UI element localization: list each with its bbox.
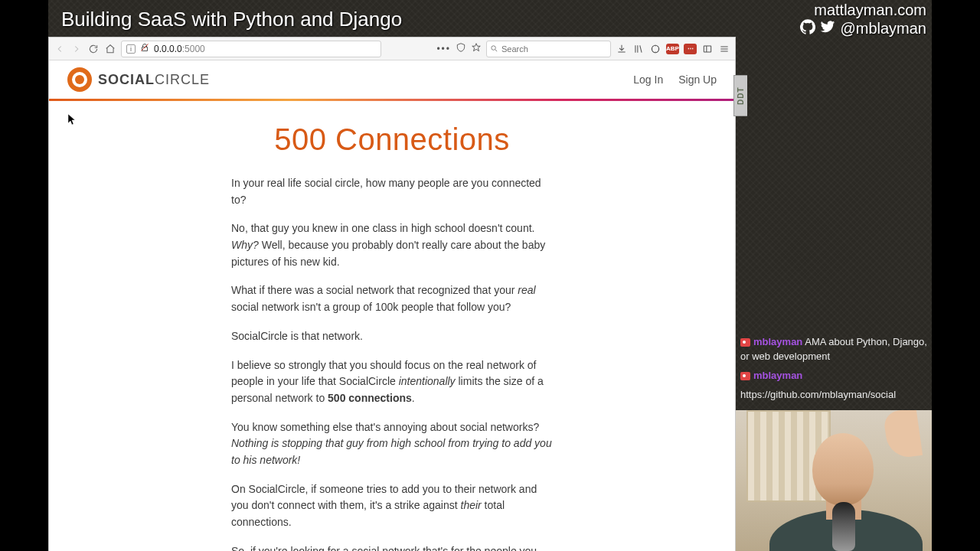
body-paragraph: In your real life social circle, how man… xyxy=(231,175,553,208)
bookmark-star-icon[interactable] xyxy=(471,42,482,55)
svg-rect-3 xyxy=(704,45,710,51)
body-paragraph: What if there was a social network that … xyxy=(231,282,553,315)
chat-message: mblayman xyxy=(740,369,927,383)
info-icon[interactable]: i xyxy=(126,44,136,54)
body-paragraph: I believe so strongly that you should fo… xyxy=(231,357,553,407)
stream-title: Building SaaS with Python and Django xyxy=(61,8,402,31)
browser-toolbar: i 0.0.0.0:5000 ••• ABP ⋯ xyxy=(49,37,735,60)
pocket-icon[interactable] xyxy=(649,43,662,55)
body-paragraph: So, if you're looking for a social netwo… xyxy=(231,543,553,551)
tracking-shield-icon[interactable] xyxy=(456,42,466,55)
url-text: 0.0.0.0:5000 xyxy=(154,44,205,54)
github-icon xyxy=(800,19,815,38)
stream-right-column: mblayman AMA about Python, Django, or we… xyxy=(736,37,932,551)
chat-username[interactable]: mblayman xyxy=(753,336,802,347)
url-input[interactable] xyxy=(210,44,376,54)
mouse-cursor-icon xyxy=(68,114,76,126)
stream-site: mattlayman.com xyxy=(800,2,926,19)
chat-message: mblayman AMA about Python, Django, or we… xyxy=(740,335,927,364)
forward-button[interactable] xyxy=(70,43,83,55)
webpage-content: SOCIALCIRCLE Log In Sign Up 500 Connecti… xyxy=(49,60,735,551)
chat-link[interactable]: https://github.com/mblayman/social xyxy=(740,388,927,403)
body-paragraph: SocialCircle is that network. xyxy=(231,328,553,345)
stream-handle-block: mattlayman.com @mblayman xyxy=(800,2,926,38)
logo-icon xyxy=(67,67,92,92)
svg-point-2 xyxy=(652,45,658,52)
chat-panel: mblayman AMA about Python, Django, or we… xyxy=(736,335,932,406)
twitter-icon xyxy=(820,19,835,38)
home-button[interactable] xyxy=(104,43,116,55)
broadcaster-badge-icon xyxy=(740,338,750,347)
url-bar[interactable]: i 0.0.0.0:5000 xyxy=(121,41,381,57)
library-icon[interactable] xyxy=(632,43,645,55)
hamburger-menu-icon[interactable] xyxy=(718,43,730,55)
body-paragraph: You know something else that's annoying … xyxy=(231,419,553,469)
header-divider xyxy=(49,99,735,101)
chat-username[interactable]: mblayman xyxy=(753,370,802,381)
downloads-icon[interactable] xyxy=(616,43,628,55)
page-headline: 500 Connections xyxy=(231,122,553,157)
insecure-lock-icon xyxy=(140,43,149,54)
signup-link[interactable]: Sign Up xyxy=(678,73,717,86)
search-box[interactable] xyxy=(486,41,611,57)
broadcaster-badge-icon xyxy=(740,372,750,380)
login-link[interactable]: Log In xyxy=(633,73,663,86)
extension-icon[interactable]: ⋯ xyxy=(684,44,697,54)
stream-handle: @mblayman xyxy=(840,20,926,37)
abp-extension-icon[interactable]: ABP xyxy=(666,44,679,54)
browser-window: i 0.0.0.0:5000 ••• ABP ⋯ SOCIALCIRCLE Lo… xyxy=(48,37,736,551)
back-button[interactable] xyxy=(54,43,66,55)
sidebar-toggle-icon[interactable] xyxy=(701,43,714,55)
body-paragraph: No, that guy you knew in one class in hi… xyxy=(231,220,553,270)
logo-text: SOCIALCIRCLE xyxy=(98,72,210,88)
site-logo[interactable]: SOCIALCIRCLE xyxy=(67,67,210,92)
body-paragraph: On SocialCircle, if someone tries to add… xyxy=(231,481,553,531)
svg-point-1 xyxy=(492,46,496,51)
search-input[interactable] xyxy=(501,44,607,54)
reload-button[interactable] xyxy=(87,43,100,55)
page-actions-icon[interactable]: ••• xyxy=(436,44,451,54)
site-header: SOCIALCIRCLE Log In Sign Up xyxy=(49,60,735,99)
webcam-feed xyxy=(736,410,932,551)
